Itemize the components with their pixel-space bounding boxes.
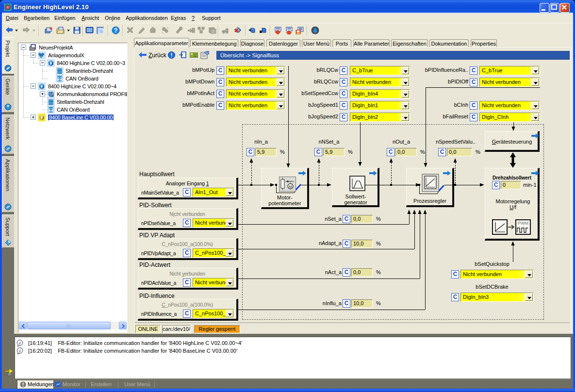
svg-text:M: M	[289, 184, 292, 189]
